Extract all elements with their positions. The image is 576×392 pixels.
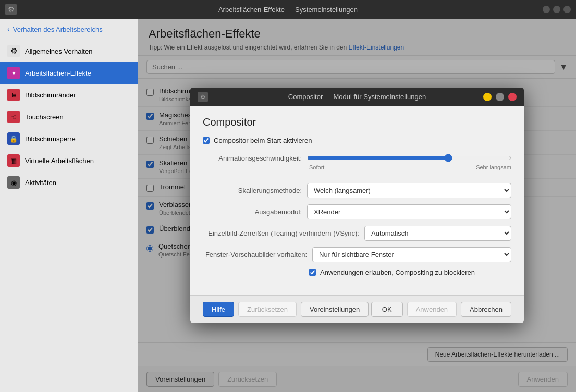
sidebar-label-aktivitaeten: Aktivitäten	[25, 179, 56, 187]
sidebar-label-touchscreen: Touchscreen	[25, 113, 64, 121]
back-label: Verhalten des Arbeitsbereichs	[13, 26, 103, 33]
ausgabe-select[interactable]: XRender OpenGL 2.0 OpenGL 3.1	[307, 204, 511, 219]
sidebar-item-touchscreen[interactable]: ☜ Touchscreen	[0, 106, 138, 128]
slider-min-label: Sofort	[309, 164, 324, 170]
sidebar-item-bildschirmraender[interactable]: 🖥 Bildschirmränder	[0, 84, 138, 106]
vsync-row: Einzelbild-Zerreißen (Tearing) verhinder…	[203, 226, 511, 241]
touchscreen-icon: ☜	[7, 111, 20, 123]
modal-footer: Hilfe Zurücksetzen Voreinstellungen OK A…	[190, 295, 524, 323]
start-checkbox[interactable]	[203, 137, 210, 144]
arbeitsflaechen-icon: ✦	[7, 67, 20, 79]
slider-max-label: Sehr langsam	[476, 164, 511, 170]
back-button[interactable]: ‹ Verhalten des Arbeitsbereichs	[0, 19, 138, 40]
compositor-title: Compositor	[203, 116, 511, 128]
sidebar-label-arbeitsflaechen: Arbeitsflächen-Effekte	[25, 69, 91, 77]
vorschau-select[interactable]: Nur für sichtbare Fenster Immer Nie	[312, 247, 511, 262]
abbrechen-button[interactable]: Abbrechen	[461, 302, 511, 317]
voreinstellungen-modal-button[interactable]: Voreinstellungen	[301, 302, 369, 317]
window-controls	[543, 6, 571, 13]
vsync-select[interactable]: Automatisch Nie Immer	[364, 226, 511, 241]
main-layout: ‹ Verhalten des Arbeitsbereichs ⚙ Allgem…	[0, 19, 576, 392]
bildschirmsperre-icon: 🔒	[7, 132, 20, 145]
bildschirmraender-icon: 🖥	[7, 89, 20, 101]
content-area: Arbeitsflächen-Effekte Tipp: Wie ein Eff…	[138, 19, 576, 392]
back-arrow-icon: ‹	[7, 25, 10, 33]
sidebar: ‹ Verhalten des Arbeitsbereichs ⚙ Allgem…	[0, 19, 138, 392]
modal-window-controls	[483, 93, 517, 101]
skalierung-label: Skalierungsmethode:	[203, 187, 302, 194]
ausgabe-row: Ausgabemodul: XRender OpenGL 2.0 OpenGL …	[203, 204, 511, 219]
ausgabe-label: Ausgabemodul:	[203, 208, 302, 216]
modal-overlay: ⚙ Compositor — Modul für Systemeinstellu…	[138, 19, 576, 392]
maximize-button[interactable]	[553, 6, 560, 13]
sidebar-label-bildschirmraender: Bildschirmränder	[25, 91, 76, 99]
compositing-checkbox-row: Anwendungen erlauben, Compositing zu blo…	[203, 268, 511, 276]
modal-body: Compositor Compositor beim Start aktivie…	[190, 106, 524, 295]
vsync-label: Einzelbild-Zerreißen (Tearing) verhinder…	[203, 229, 359, 237]
sidebar-item-allgemeines[interactable]: ⚙ Allgemeines Verhalten	[0, 40, 138, 62]
start-checkbox-label: Compositor beim Start aktivieren	[214, 137, 312, 144]
modal-titlebar: ⚙ Compositor — Modul für Systemeinstellu…	[190, 88, 524, 106]
anwenden-modal-button: Anwenden	[407, 302, 457, 317]
modal-maximize-button[interactable]	[496, 93, 504, 101]
ok-button[interactable]: OK	[371, 302, 403, 317]
start-checkbox-row: Compositor beim Start aktivieren	[203, 137, 511, 144]
minimize-button[interactable]	[543, 6, 550, 13]
close-button[interactable]	[563, 6, 571, 13]
skalierung-row: Skalierungsmethode: Weich (langsamer) Sc…	[203, 183, 511, 198]
sidebar-item-aktivitaeten[interactable]: ◉ Aktivitäten	[0, 172, 138, 193]
sidebar-label-bildschirmsperre: Bildschirmsperre	[25, 135, 76, 143]
slider-captions: Sofort Sehr langsam	[203, 164, 511, 170]
modal-icon: ⚙	[198, 92, 208, 102]
sidebar-item-arbeitsflaechen[interactable]: ✦ Arbeitsflächen-Effekte	[0, 62, 138, 84]
sidebar-item-virtuelle[interactable]: ▦ Virtuelle Arbeitsflächen	[0, 150, 138, 172]
modal-footer-right: OK Anwenden Abbrechen	[371, 302, 511, 317]
modal-footer-left: Hilfe Zurücksetzen Voreinstellungen	[203, 302, 369, 317]
title-bar: ⚙ Arbeitsflächen-Effekte — Systemeinstel…	[0, 0, 576, 19]
window-title: Arbeitsflächen-Effekte — Systemeinstellu…	[218, 6, 358, 14]
compositing-label: Anwendungen erlauben, Compositing zu blo…	[320, 268, 475, 276]
sidebar-item-bildschirmsperre[interactable]: 🔒 Bildschirmsperre	[0, 128, 138, 150]
vorschau-label: Fenster-Vorschaubilder vorhalten:	[203, 251, 307, 259]
allgemeines-icon: ⚙	[7, 45, 20, 57]
compositor-modal: ⚙ Compositor — Modul für Systemeinstellu…	[190, 88, 524, 323]
vorschau-row: Fenster-Vorschaubilder vorhalten: Nur fü…	[203, 247, 511, 262]
aktivitaeten-icon: ◉	[7, 176, 20, 189]
compositing-checkbox[interactable]	[309, 269, 316, 276]
virtuelle-icon: ▦	[7, 154, 20, 167]
app-icon: ⚙	[5, 4, 17, 15]
skalierung-select[interactable]: Weich (langsamer) Scharf (schneller)	[307, 183, 511, 198]
modal-minimize-button[interactable]	[483, 93, 492, 101]
hilfe-button[interactable]: Hilfe	[203, 302, 234, 317]
modal-zuruecksetzen-button: Zurücksetzen	[238, 302, 297, 317]
animation-row: Animationsgeschwindigkeit: Sofort Sehr l…	[203, 154, 511, 175]
modal-title-text: Compositor — Modul für Systemeinstellung…	[288, 93, 426, 101]
modal-close-button[interactable]	[508, 93, 517, 101]
animation-slider[interactable]	[307, 154, 511, 162]
sidebar-label-allgemeines: Allgemeines Verhalten	[25, 47, 92, 55]
animation-label: Animationsgeschwindigkeit:	[203, 154, 302, 162]
sidebar-label-virtuelle: Virtuelle Arbeitsflächen	[25, 157, 94, 165]
